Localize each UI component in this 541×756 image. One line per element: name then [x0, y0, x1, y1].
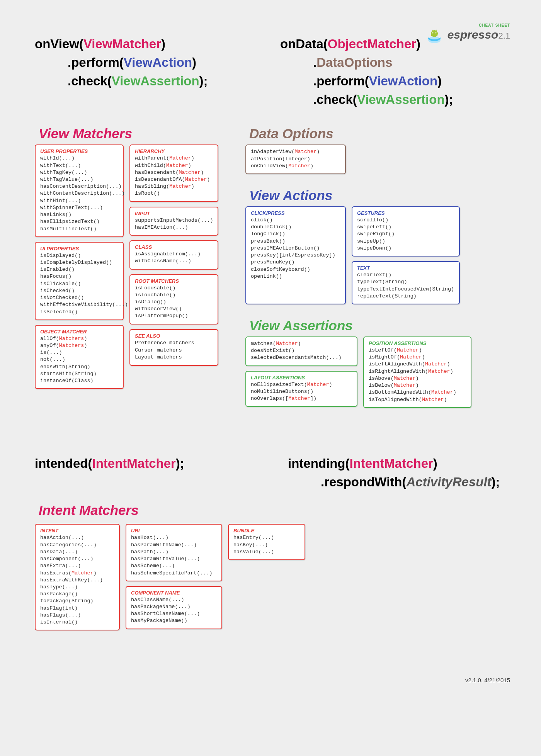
data-options-section: Data Options inAdapterView(Matcher)atPos… — [245, 126, 510, 174]
card-title: URI — [131, 528, 217, 533]
svg-rect-2 — [431, 34, 437, 36]
uri-card: URI hasHost(...)hasParamWithName(...)has… — [126, 524, 222, 581]
component-name-card: COMPONENT NAME hasClassName(...)hasPacka… — [126, 586, 222, 629]
click-press-card: CLICK/PRESS click()doubleClick()longClic… — [245, 206, 346, 304]
card-body: hasClassName(...)hasPackageName(...)hasS… — [131, 596, 217, 625]
intended-fn: intended — [35, 456, 88, 471]
svg-point-3 — [432, 32, 434, 34]
card-title: INPUT — [135, 211, 213, 216]
card-body: hasEntry(...)hasKey(...)hasValue(...) — [233, 534, 300, 556]
card-body: scrollTo()swipeLeft()swipeRight()swipeUp… — [357, 217, 454, 252]
cheat-sheet-label: CHEAT SHEET — [426, 23, 510, 27]
ondata-dataoptions: DataOptions — [316, 55, 392, 70]
espresso-icon — [426, 28, 442, 46]
view-matchers-section: View Matchers USER PROPERTIES withId(...… — [35, 126, 218, 408]
card-body: hasAction(...)hasCategories(...)hasData(… — [40, 534, 114, 626]
card-title: OBJECT MATCHER — [40, 329, 118, 335]
card-title: CLASS — [135, 244, 213, 250]
ondata-perform: .perform( — [313, 74, 369, 88]
onview-arg: ViewMatcher — [83, 37, 161, 51]
card-title: ROOT MATCHERS — [135, 278, 213, 284]
card-body: matches(Matcher)doesNotExist()selectedDe… — [251, 340, 352, 362]
card-body: supportsInputMethods(...)hasIMEAction(..… — [135, 217, 213, 231]
card-title: INTENT — [40, 528, 114, 533]
card-body: hasHost(...)hasParamWithName(...)hasPath… — [131, 534, 217, 576]
input-card: INPUT supportsInputMethods(...)hasIMEAct… — [129, 207, 218, 236]
version-text: 2.1 — [498, 31, 510, 41]
card-title: BUNDLE — [233, 528, 300, 533]
onview-signature: onView(ViewMatcher) .perform(ViewAction)… — [35, 35, 265, 90]
ondata-check: .check( — [313, 92, 357, 107]
data-options-card: inAdapterView(Matcher)atPosition(Integer… — [245, 144, 346, 174]
assertions-main-card: matches(Matcher)doesNotExist()selectedDe… — [245, 336, 357, 366]
card-title: LAYOUT ASSERTIONS — [251, 375, 352, 381]
card-title: COMPONENT NAME — [131, 590, 217, 596]
intended-signature: intended(IntentMatcher); — [35, 454, 257, 491]
intent-section: intended(IntentMatcher); intending(Inten… — [35, 454, 510, 631]
bundle-card: BUNDLE hasEntry(...)hasKey(...)hasValue(… — [228, 524, 305, 560]
main-content: View Matchers USER PROPERTIES withId(...… — [35, 126, 510, 408]
class-card: CLASS isAssignableFrom(...)withClassName… — [129, 240, 218, 269]
card-title: SEE ALSO — [135, 333, 213, 339]
hierarchy-card: HIERARCHY withParent(Matcher)withChild(M… — [129, 144, 218, 202]
activity-result: ActivityResult — [407, 475, 492, 489]
card-body: Preference matchersCursor matchersLayout… — [135, 340, 213, 362]
onview-perform: .perform( — [68, 55, 124, 70]
card-body: withParent(Matcher)withChild(Matcher)has… — [135, 155, 213, 197]
card-body: click()doubleClick()longClick()pressBack… — [251, 217, 340, 280]
svg-point-4 — [436, 32, 437, 34]
view-assertions-section: View Assertions matches(Matcher)doesNotE… — [245, 318, 510, 408]
intent-matchers-title: Intent Matchers — [39, 503, 510, 518]
object-matcher-card: OBJECT MATCHER allOf(Matchers)anyOf(Matc… — [35, 325, 124, 389]
user-properties-card: USER PROPERTIES withId(...)withText(...)… — [35, 144, 124, 237]
card-title: TEXT — [357, 265, 454, 271]
layout-assertions-card: LAYOUT ASSERTIONS noEllipseizedText(Matc… — [245, 371, 357, 407]
view-actions-section: View Actions CLICK/PRESS click()doubleCl… — [245, 188, 510, 304]
intent-card: INTENT hasAction(...)hasCategories(...)h… — [35, 524, 120, 630]
card-title: HIERARCHY — [135, 148, 213, 154]
logo: CHEAT SHEET espresso2.1 — [426, 23, 510, 46]
ondata-arg: ObjectMatcher — [328, 37, 416, 51]
text-card: TEXT clearText()typeText(String)typeText… — [352, 261, 460, 304]
card-body: withId(...)withText(...)withTagKey(...)w… — [40, 155, 118, 232]
intending-fn: intending — [288, 456, 345, 471]
card-body: allOf(Matchers)anyOf(Matchers)is(...)not… — [40, 335, 118, 385]
see-also-card: SEE ALSO Preference matchersCursor match… — [129, 329, 218, 366]
espresso-text: espresso — [447, 28, 498, 41]
onview-fn: onView — [35, 37, 79, 51]
root-matchers-card: ROOT MATCHERS isFocusable()isTouchable()… — [129, 274, 218, 324]
card-body: isLeftOf(Matcher)isRightOf(Matcher)isLef… — [369, 347, 466, 403]
gestures-card: GESTURES scrollTo()swipeLeft()swipeRight… — [352, 206, 460, 257]
card-body: isFocusable()isTouchable()isDialog()with… — [135, 285, 213, 320]
ondata-fn: onData — [280, 37, 323, 51]
card-title: CLICK/PRESS — [251, 210, 340, 216]
intending-signature: intending(IntentMatcher) .respondWith(Ac… — [288, 454, 510, 491]
card-body: isDisplayed()isCompletelyDisplayed()isEn… — [40, 252, 118, 316]
position-assertions-card: POSITION ASSERTIONS isLeftOf(Matcher)isR… — [363, 336, 471, 408]
card-title: UI PROPERTIES — [40, 246, 118, 251]
signature-row: onView(ViewMatcher) .perform(ViewAction)… — [35, 35, 510, 109]
card-body: isAssignableFrom(...)withClassName(...) — [135, 251, 213, 265]
card-title: POSITION ASSERTIONS — [369, 340, 466, 346]
footer-version: v2.1.0, 4/21/2015 — [35, 677, 510, 683]
ui-properties-card: UI PROPERTIES isDisplayed()isCompletelyD… — [35, 242, 124, 320]
data-options-title: Data Options — [249, 126, 510, 141]
onview-check: .check( — [68, 74, 112, 88]
card-body: inAdapterView(Matcher)atPosition(Integer… — [251, 148, 340, 170]
view-assertions-title: View Assertions — [249, 318, 510, 333]
view-actions-title: View Actions — [249, 188, 510, 203]
card-title: USER PROPERTIES — [40, 148, 118, 154]
card-title: GESTURES — [357, 210, 454, 216]
card-body: clearText()typeText(String)typeTextIntoF… — [357, 272, 454, 300]
view-matchers-title: View Matchers — [39, 126, 218, 141]
card-body: noEllipseizedText(Matcher)noMultilineBut… — [251, 381, 352, 403]
